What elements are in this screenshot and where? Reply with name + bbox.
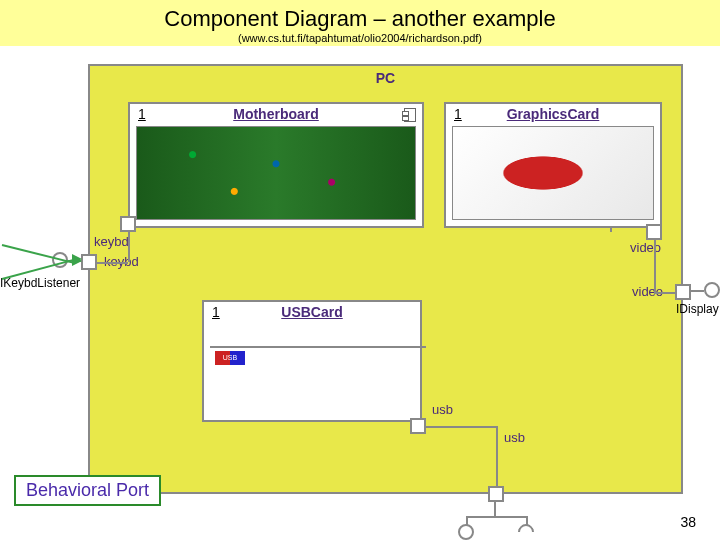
label-video-inner: video: [630, 240, 661, 255]
label-usb-outer: usb: [504, 430, 525, 445]
iusb-stem: [494, 500, 496, 516]
slide-subtitle: (www.cs.tut.fi/tapahtumat/olio2004/richa…: [0, 32, 720, 44]
motherboard-name: Motherboard: [233, 106, 319, 122]
graphics-name: GraphicsCard: [507, 106, 600, 122]
callout-arrowhead-2: [72, 256, 82, 266]
behavioral-port-callout: Behavioral Port: [14, 475, 161, 506]
delegate-keybd-v: [128, 232, 130, 262]
iusbin-ball: [458, 524, 474, 540]
port-keybd-inner: [120, 216, 136, 232]
usb-image: USB: [210, 346, 426, 348]
iusb-split: [466, 516, 526, 518]
page-number: 38: [680, 514, 696, 530]
usb-header: 1 USBCard: [204, 302, 420, 324]
port-usb-inner: [410, 418, 426, 434]
component-icon: [404, 108, 416, 122]
delegate-usb-v: [496, 426, 498, 490]
port-video-outer: [675, 284, 691, 300]
graphics-header: 1 GraphicsCard: [446, 104, 660, 126]
label-ikeybd: IKeybdListener: [0, 276, 80, 290]
label-keybd-inner: keybd: [94, 234, 129, 249]
usbcard-component: 1 USBCard USB: [202, 300, 422, 422]
idisplay-ball: [704, 282, 720, 298]
iusbout-socket: [515, 521, 538, 540]
label-idisplay: IDisplay: [676, 302, 719, 316]
usb-logo: USB: [215, 351, 245, 365]
slide-title: Component Diagram – another example: [0, 6, 720, 32]
usb-name: USBCard: [281, 304, 342, 320]
port-video-inner: [646, 224, 662, 240]
delegate-usb-h: [426, 426, 496, 428]
port-usb-outer: [488, 486, 504, 502]
motherboard-component: 1 Motherboard: [128, 102, 424, 228]
pc-component: PC 1 Motherboard 1 GraphicsCard 1 USBCar…: [88, 64, 683, 494]
usb-multiplicity: 1: [204, 302, 228, 322]
label-usb-inner: usb: [432, 402, 453, 417]
slide-header: Component Diagram – another example (www…: [0, 0, 720, 46]
port-keybd-outer: [81, 254, 97, 270]
graphics-image: [452, 126, 654, 220]
delegate-video-v: [654, 240, 656, 292]
motherboard-image: [136, 126, 416, 220]
motherboard-header: 1 Motherboard: [130, 104, 422, 126]
pc-label: PC: [376, 70, 395, 86]
graphics-multiplicity: 1: [446, 104, 470, 124]
motherboard-multiplicity: 1: [130, 104, 154, 124]
graphicscard-component: 1 GraphicsCard: [444, 102, 662, 228]
diagram-canvas: PC 1 Motherboard 1 GraphicsCard 1 USBCar…: [0, 58, 720, 508]
